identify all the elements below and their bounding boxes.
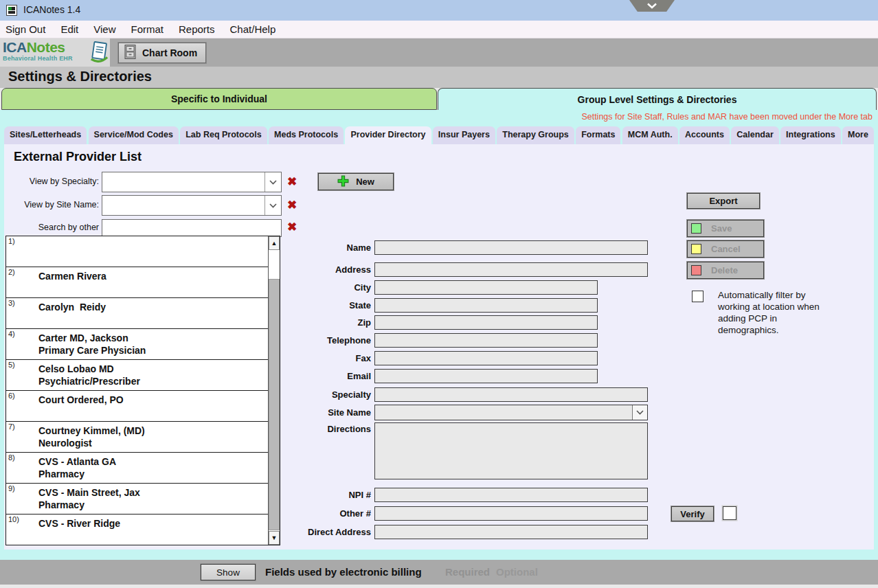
other-number-field[interactable] — [374, 506, 648, 521]
provider-specialty: Neurologist — [38, 437, 267, 449]
bottom-strip — [0, 585, 878, 588]
subtab-row: Sites/Letterheads Service/Mod Codes Lab … — [4, 126, 874, 144]
list-item[interactable]: 1) — [6, 236, 268, 267]
npi-field[interactable] — [374, 488, 648, 502]
provider-name: Carter MD, Jackson — [38, 332, 267, 344]
menu-chat-help[interactable]: Chat/Help — [230, 23, 284, 35]
email-field[interactable] — [374, 369, 598, 383]
window-title: ICANotes 1.4 — [23, 4, 80, 15]
city-field[interactable] — [374, 280, 598, 295]
show-button[interactable]: Show — [201, 564, 256, 580]
zip-field[interactable] — [374, 315, 598, 330]
directions-field[interactable] — [374, 422, 648, 479]
state-field[interactable] — [374, 298, 598, 313]
subtab-mcm-auth[interactable]: MCM Auth. — [622, 126, 678, 144]
site-name-value — [375, 405, 632, 420]
save-button-label: Save — [711, 223, 732, 234]
menu-format[interactable]: Format — [131, 23, 172, 35]
search-input[interactable] — [102, 219, 282, 237]
subtab-meds-protocols[interactable]: Meds Protocols — [269, 126, 344, 144]
tab-group-level-settings[interactable]: Group Level Settings & Directories — [438, 88, 877, 110]
cancel-button[interactable]: Cancel — [687, 240, 764, 258]
auto-filter-checkbox[interactable] — [692, 291, 703, 302]
file-cabinet-icon — [123, 44, 138, 63]
list-item[interactable]: 5)Celso Lobao MDPsychiatric/Prescriber — [6, 360, 268, 391]
list-item[interactable]: 2)Carmen Rivera — [6, 267, 268, 298]
subtab-integrations[interactable]: Integrations — [780, 126, 841, 144]
directions-label: Directions — [268, 424, 371, 434]
search-by-other-label: Search by other — [4, 223, 99, 232]
auto-filter-label: Automatically filter by working at locat… — [718, 289, 824, 336]
provider-name: Carolyn Reidy — [38, 301, 267, 313]
row-number: 1) — [8, 237, 15, 245]
footer-bar: Show Fields used by electronic billing R… — [0, 560, 878, 585]
row-number: 7) — [8, 422, 15, 431]
menu-sign-out[interactable]: Sign Out — [5, 23, 54, 35]
icanotes-window: ICANotes 1.4 Sign Out Edit View Format R… — [0, 0, 878, 588]
subtab-provider-directory[interactable]: Provider Directory — [345, 126, 431, 144]
view-by-site-combobox[interactable] — [102, 195, 282, 216]
row-number: 3) — [8, 299, 15, 307]
chart-room-button[interactable]: Chart Room — [118, 43, 206, 63]
subtab-formats[interactable]: Formats — [576, 126, 620, 144]
specialty-field[interactable] — [374, 387, 648, 402]
list-item[interactable]: 4)Carter MD, JacksonPrimary Care Physici… — [6, 329, 268, 360]
new-button[interactable]: New — [318, 173, 394, 190]
name-field[interactable] — [374, 240, 648, 255]
fax-field[interactable] — [374, 351, 598, 365]
list-item[interactable]: 9)CVS - Main Street, JaxPharmacy — [6, 484, 268, 514]
menu-reports[interactable]: Reports — [179, 23, 223, 35]
chevron-down-icon[interactable] — [264, 172, 281, 192]
list-item[interactable]: 10)CVS - River Ridge — [6, 514, 268, 545]
app-icon — [6, 5, 17, 16]
level-tab-row: Specific to Individual Group Level Setti… — [0, 88, 878, 110]
subtab-service-mod-codes[interactable]: Service/Mod Codes — [89, 126, 179, 144]
optional-label: Optional — [496, 566, 538, 578]
verify-button[interactable]: Verify — [671, 506, 714, 521]
telephone-field[interactable] — [374, 333, 598, 348]
row-number: 2) — [8, 268, 15, 276]
clear-search-icon[interactable]: ✖ — [287, 220, 301, 234]
provider-list-rows: 1) 2)Carmen Rivera 3)Carolyn Reidy 4)Car… — [6, 236, 268, 545]
telephone-label: Telephone — [268, 335, 371, 346]
clear-specialty-filter-icon[interactable]: ✖ — [287, 175, 301, 189]
verify-checkbox[interactable] — [723, 506, 736, 520]
save-green-square-icon — [691, 223, 701, 234]
list-item[interactable]: 6)Court Ordered, PO — [6, 391, 268, 422]
subtab-sites-letterheads[interactable]: Sites/Letterheads — [4, 126, 87, 144]
tab-specific-to-individual[interactable]: Specific to Individual — [1, 88, 437, 110]
save-button[interactable]: Save — [687, 220, 764, 237]
section-title: External Provider List — [14, 150, 142, 164]
city-label: City — [268, 282, 371, 293]
export-button-label: Export — [709, 196, 737, 206]
npi-label: NPI # — [268, 490, 371, 500]
direct-address-field[interactable] — [374, 525, 648, 539]
menu-view[interactable]: View — [93, 23, 124, 35]
provider-specialty: Pharmacy — [38, 499, 267, 511]
site-name-combobox[interactable] — [374, 405, 648, 420]
list-item[interactable]: 3)Carolyn Reidy — [6, 298, 268, 329]
subtab-calendar[interactable]: Calendar — [731, 126, 779, 144]
subtab-therapy-groups[interactable]: Therapy Groups — [497, 126, 574, 144]
direct-address-label: Direct Address — [268, 527, 371, 537]
email-label: Email — [268, 371, 371, 381]
list-item[interactable]: 8)CVS - Atlanta GAPharmacy — [6, 453, 268, 484]
provider-name: CVS - River Ridge — [38, 517, 267, 530]
logo-text-notes: Notes — [27, 39, 65, 55]
subtab-insur-payers[interactable]: Insur Payers — [433, 126, 495, 144]
view-by-specialty-combobox[interactable] — [102, 172, 282, 192]
list-item[interactable]: 7)Courtney Kimmel, (MD)Neurologist — [6, 422, 268, 453]
subtab-accounts[interactable]: Accounts — [679, 126, 730, 144]
clear-site-filter-icon[interactable]: ✖ — [287, 199, 301, 212]
chevron-down-icon[interactable] — [264, 196, 281, 215]
subtab-lab-req-protocols[interactable]: Lab Req Protocols — [180, 126, 267, 144]
export-button[interactable]: Export — [687, 193, 760, 209]
subtab-more[interactable]: More — [842, 126, 874, 144]
billing-fields-label: Fields used by electronic billing — [265, 566, 422, 578]
menu-edit[interactable]: Edit — [60, 23, 87, 35]
moved-settings-notice: Settings for Site Staff, Rules and MAR h… — [581, 112, 873, 122]
chevron-down-icon[interactable] — [629, 0, 675, 12]
delete-button[interactable]: Delete — [687, 262, 764, 279]
chevron-down-icon[interactable] — [632, 405, 647, 420]
address-field[interactable] — [374, 262, 648, 277]
